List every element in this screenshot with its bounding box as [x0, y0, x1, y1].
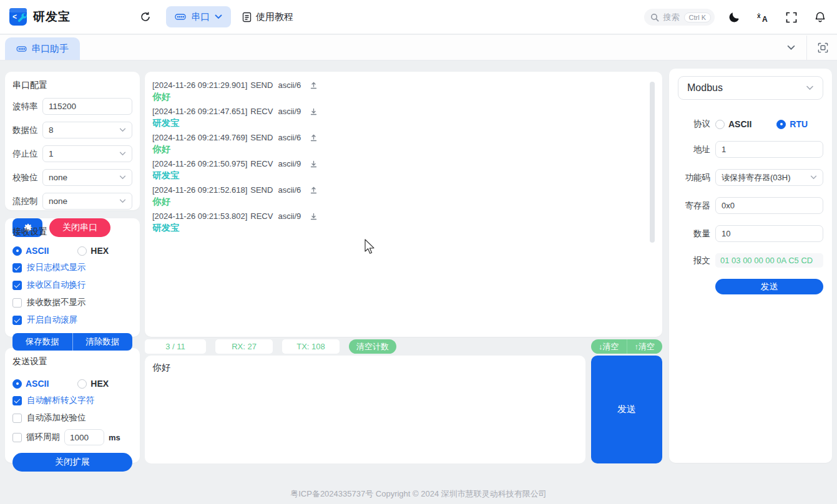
- rx-counter: RX: 27: [215, 339, 273, 354]
- radio-hex[interactable]: [77, 246, 87, 256]
- upload-icon[interactable]: [310, 82, 317, 89]
- search-input[interactable]: 搜索 Ctrl K: [644, 9, 715, 26]
- save-data-button[interactable]: 保存数据: [12, 333, 73, 351]
- log-direction: RECV: [250, 159, 273, 168]
- close-serial-button[interactable]: 关闭串口: [49, 218, 110, 237]
- clear-count-button[interactable]: 清空计数: [349, 339, 396, 354]
- upload-icon[interactable]: [310, 187, 317, 194]
- parity-select[interactable]: none: [42, 169, 132, 186]
- register-label: 寄存器: [678, 200, 710, 211]
- loop-period-value: 1000: [70, 433, 89, 442]
- function-code-select[interactable]: 读保持寄存器(03H): [715, 169, 823, 186]
- tool-menu-button[interactable]: 串口: [166, 6, 231, 27]
- escape-parse-checkbox[interactable]: [12, 396, 22, 405]
- send-button[interactable]: 发送: [591, 356, 662, 463]
- chevron-down-icon: [119, 152, 126, 156]
- escape-parse-row: 自动解析转义字符: [12, 395, 132, 406]
- clear-receive-button[interactable]: ↓清空: [591, 339, 627, 354]
- parity-label: 校验位: [12, 172, 42, 183]
- close-extension-button[interactable]: 关闭扩展: [12, 453, 132, 472]
- content: 串口配置 波特率 115200 数据位 8 停止位 1: [0, 61, 837, 504]
- hide-data-checkbox[interactable]: [12, 298, 22, 308]
- quantity-value: 10: [722, 229, 730, 238]
- download-icon[interactable]: [310, 108, 317, 115]
- auto-wrap-checkbox[interactable]: [12, 281, 22, 290]
- maximize-pane-icon[interactable]: [813, 39, 832, 57]
- download-icon[interactable]: [310, 213, 317, 220]
- modbus-send-button[interactable]: 发送: [715, 279, 823, 294]
- clear-data-button[interactable]: 清除数据: [73, 333, 133, 351]
- upload-icon[interactable]: [310, 134, 317, 142]
- quantity-input[interactable]: 10: [715, 225, 823, 242]
- frame-counter: 3 / 11: [145, 339, 206, 354]
- scrollbar-thumb[interactable]: [650, 82, 655, 243]
- app-title: 研发宝: [33, 9, 71, 25]
- log-entry-header: [2024-11-26 09:21:50.975] RECV ascii/9: [152, 159, 647, 168]
- log-entry-header: [2024-11-26 09:21:52.618] SEND ascii/6: [152, 185, 647, 195]
- log-message: 研发宝: [152, 170, 647, 182]
- download-icon[interactable]: [310, 160, 317, 168]
- radio-modbus-rtu[interactable]: [776, 120, 786, 129]
- baud-row: 波特率 115200: [12, 98, 132, 115]
- flow-control-select[interactable]: none: [42, 193, 132, 210]
- stop-bits-select[interactable]: 1: [42, 145, 132, 162]
- log-message: 研发宝: [152, 117, 647, 129]
- address-label: 地址: [678, 144, 710, 155]
- baud-input[interactable]: 115200: [42, 98, 132, 115]
- divider: [806, 36, 807, 61]
- clear-buttons: ↓清空 ↑清空: [591, 339, 662, 354]
- data-bits-value: 8: [49, 125, 54, 135]
- radio-hex[interactable]: [77, 379, 87, 389]
- chevron-down-icon: [119, 128, 126, 132]
- log-direction: SEND: [250, 185, 273, 195]
- log-format: ascii/6: [278, 133, 301, 142]
- log-mode-row: 按日志模式显示: [12, 262, 132, 273]
- radio-modbus-ascii[interactable]: [715, 120, 725, 129]
- auto-wrap-label: 接收区自动换行: [27, 279, 86, 291]
- language-toggle[interactable]: ẋ A: [753, 8, 772, 27]
- log-message: 你好: [152, 91, 647, 103]
- fullscreen-icon[interactable]: [782, 8, 801, 27]
- radio-ascii[interactable]: [12, 246, 22, 256]
- loop-period-input[interactable]: 1000: [64, 429, 104, 445]
- tab-label: 串口助手: [31, 43, 69, 55]
- tab-serial-assistant[interactable]: 串口助手: [5, 37, 80, 60]
- send-row: 你好 发送: [145, 356, 662, 463]
- auto-scroll-checkbox[interactable]: [12, 316, 22, 325]
- log-message: 研发宝: [152, 222, 647, 234]
- header-center: 串口 使用教程: [136, 6, 293, 27]
- tab-list-chevron-icon[interactable]: [781, 39, 800, 57]
- serial-port-icon: [175, 13, 186, 21]
- address-row: 地址 1: [678, 141, 823, 158]
- dark-mode-toggle[interactable]: [725, 8, 743, 27]
- log-timestamp: [2024-11-26 09:21:29.901]: [152, 80, 247, 90]
- app-root: < 研发宝 串口: [0, 0, 837, 504]
- logo-wrap[interactable]: < 研发宝: [0, 7, 136, 26]
- receive-buttons: 保存数据 清除数据: [12, 333, 132, 351]
- auto-checksum-checkbox[interactable]: [12, 414, 22, 423]
- log-mode-checkbox[interactable]: [12, 263, 22, 273]
- tutorial-link[interactable]: 使用教程: [242, 11, 293, 23]
- log-format: ascii/9: [278, 159, 301, 168]
- send-textarea[interactable]: 你好: [145, 356, 585, 463]
- notification-bell-icon[interactable]: [811, 8, 830, 27]
- data-bits-select[interactable]: 8: [42, 122, 132, 138]
- moon-icon: [728, 11, 740, 23]
- auto-checksum-row: 自动添加校验位: [12, 412, 132, 424]
- clear-send-button[interactable]: ↑清空: [627, 339, 663, 354]
- register-input[interactable]: 0x0: [715, 197, 823, 214]
- escape-parse-label: 自动解析转义字符: [27, 395, 94, 406]
- address-input[interactable]: 1: [715, 141, 823, 158]
- receive-log-area[interactable]: [2024-11-26 09:21:29.901] SEND ascii/6 你…: [145, 72, 662, 337]
- log-timestamp: [2024-11-26 09:21:47.651]: [152, 107, 247, 116]
- refresh-icon[interactable]: [136, 7, 155, 26]
- radio-modbus-ascii-label: ASCII: [728, 119, 751, 129]
- data-bits-label: 数据位: [12, 125, 42, 136]
- panel-title: 发送设置: [12, 356, 132, 367]
- loop-period-checkbox[interactable]: [12, 433, 22, 442]
- log-direction: RECV: [250, 211, 273, 221]
- extension-select[interactable]: Modbus: [678, 76, 823, 100]
- radio-ascii-label: ASCII: [26, 379, 49, 389]
- main-area: [2024-11-26 09:21:29.901] SEND ascii/6 你…: [145, 72, 662, 463]
- radio-ascii[interactable]: [12, 379, 22, 389]
